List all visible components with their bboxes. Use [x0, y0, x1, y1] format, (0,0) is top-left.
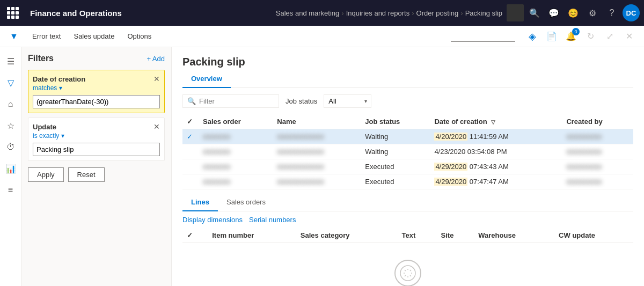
- row-check-1[interactable]: [182, 144, 199, 159]
- help-button[interactable]: ?: [603, 4, 620, 21]
- breadcrumb-separator-1: ›: [341, 9, 343, 17]
- sidebar-chart-icon[interactable]: 📊: [1, 159, 20, 178]
- bottom-tab-sales-orders[interactable]: Sales orders: [218, 194, 274, 211]
- second-bar-sales-update[interactable]: Sales update: [71, 32, 116, 40]
- job-status-select[interactable]: All Waiting Executed Error: [324, 94, 371, 108]
- second-bar-options[interactable]: Options: [125, 32, 153, 40]
- row-created-by-3: ■■■■■■■■■: [562, 174, 633, 189]
- breadcrumb-item-4[interactable]: Packing slip: [465, 9, 502, 17]
- svg-point-1: [400, 266, 415, 281]
- sidebar-menu-icon[interactable]: ☰: [1, 52, 20, 71]
- filter-matches-selector[interactable]: matches ▾: [33, 84, 160, 92]
- filter-toggle-button[interactable]: ▼: [6, 29, 21, 44]
- bottom-actions: Display dimensions Serial numbers: [182, 211, 633, 228]
- row-name-1: ■■■■■■■■■■■■: [273, 144, 361, 159]
- filter-date-input[interactable]: [33, 95, 160, 108]
- settings-button[interactable]: ⚙: [584, 4, 601, 21]
- grid-icon: [7, 7, 19, 19]
- main-layout: ☰ ▽ ⌂ ☆ ⏱ 📊 ≡ Filters + Add Date of crea…: [0, 47, 644, 286]
- filter-matches-chevron: ▾: [59, 84, 62, 92]
- table-row[interactable]: ■■■■■■■■■■■■■■■■■■■Waiting4/23/2020 03:5…: [182, 144, 633, 159]
- breadcrumb: Sales and marketing › Inquiries and repo…: [276, 9, 502, 17]
- expand-button[interactable]: ⤢: [601, 28, 618, 45]
- col-date-creation: Date of creation ▽: [430, 114, 562, 129]
- top-navigation-bar: Finance and Operations Sales and marketi…: [0, 0, 644, 26]
- chat-button[interactable]: 💬: [545, 4, 562, 21]
- breadcrumb-item-1[interactable]: Sales and marketing: [276, 9, 340, 17]
- sidebar-star-icon[interactable]: ☆: [1, 116, 20, 135]
- app-grid-button[interactable]: [4, 4, 21, 21]
- filter-exactly-chevron: ▾: [61, 132, 64, 140]
- main-content: Packing slip Overview 🔍 Job status All W…: [172, 47, 644, 286]
- row-sales-order-1: ■■■■■■■: [199, 144, 273, 159]
- page-icon[interactable]: 📄: [543, 28, 560, 45]
- filter-reset-button[interactable]: Reset: [68, 167, 105, 182]
- filter-add-button[interactable]: + Add: [147, 55, 165, 63]
- filter-matches-label: matches: [33, 84, 57, 92]
- breadcrumb-item-3[interactable]: Order posting: [416, 9, 459, 17]
- sidebar-list-icon[interactable]: ≡: [1, 180, 20, 200]
- bottom-tab-lines[interactable]: Lines: [182, 194, 218, 211]
- breadcrumb-item-2[interactable]: Inquiries and reports: [346, 9, 410, 17]
- col-created-by: Created by: [562, 114, 633, 129]
- empty-state-icon: [394, 259, 422, 286]
- main-data-table: ✓ Sales order Name Job status Date of cr…: [182, 114, 633, 189]
- col-job-status: Job status: [361, 114, 430, 129]
- tab-overview[interactable]: Overview: [182, 70, 231, 88]
- row-job-status-2: Executed: [361, 159, 430, 174]
- filter-search-box: 🔍: [182, 94, 279, 108]
- table-row[interactable]: ✓■■■■■■■■■■■■■■■■■■■Waiting4/20/2020 11:…: [182, 129, 633, 144]
- empty-state: We didn't find anything to show here.: [182, 243, 633, 286]
- user-avatar-button[interactable]: DC: [623, 4, 640, 21]
- search-button[interactable]: 🔍: [526, 4, 543, 21]
- table-row[interactable]: ■■■■■■■■■■■■■■■■■■■Executed4/29/2020 07:…: [182, 174, 633, 189]
- row-check-0[interactable]: ✓: [182, 129, 199, 144]
- second-bar-search-input[interactable]: [451, 31, 515, 42]
- refresh-button[interactable]: ↻: [582, 28, 599, 45]
- second-bar-search: [451, 31, 515, 42]
- diamond-icon[interactable]: ◈: [524, 28, 541, 45]
- filter-update-close-button[interactable]: ✕: [153, 122, 160, 131]
- col-name: Name: [273, 114, 361, 129]
- sidebar-home-icon[interactable]: ⌂: [1, 94, 20, 114]
- secondary-navigation-bar: ▼ Error text Sales update Options ◈ 📄 🔔 …: [0, 26, 644, 47]
- row-date-creation-0: 4/20/2020 11:41:59 AM: [430, 129, 562, 144]
- second-bar-error-text[interactable]: Error text: [30, 32, 63, 40]
- filter-update-input[interactable]: [33, 143, 160, 156]
- filters-row: 🔍 Job status All Waiting Executed Error: [182, 94, 633, 108]
- filter-apply-button[interactable]: Apply: [28, 167, 64, 182]
- bottom-section: Lines Sales orders Display dimensions Se…: [182, 194, 633, 286]
- main-tab-bar: Overview: [182, 70, 633, 88]
- filter-date-close-button[interactable]: ✕: [153, 75, 160, 83]
- bottom-table-header-row: ✓ Item number Sales category Text Site W…: [182, 228, 633, 243]
- filter-search-input[interactable]: [199, 97, 274, 105]
- serial-numbers-link[interactable]: Serial numbers: [249, 216, 296, 224]
- row-name-3: ■■■■■■■■■■■■: [273, 174, 361, 189]
- filter-actions: Apply Reset: [28, 167, 165, 182]
- filter-panel-title: Filters: [28, 54, 54, 63]
- filter-is-exactly-selector[interactable]: is exactly ▾: [33, 132, 160, 140]
- sidebar-filter-icon[interactable]: ▽: [1, 73, 20, 92]
- bottom-tab-bar: Lines Sales orders: [182, 194, 633, 211]
- close-button[interactable]: ✕: [620, 28, 638, 45]
- bottom-col-site: Site: [437, 228, 474, 243]
- display-dimensions-link[interactable]: Display dimensions: [182, 216, 243, 224]
- bottom-col-check: ✓: [182, 228, 208, 243]
- table-row[interactable]: ■■■■■■■■■■■■■■■■■■■Executed4/29/2020 07:…: [182, 159, 633, 174]
- row-check-3[interactable]: [182, 174, 199, 189]
- table-header-row: ✓ Sales order Name Job status Date of cr…: [182, 114, 633, 129]
- row-created-by-2: ■■■■■■■■■: [562, 159, 633, 174]
- row-check-2[interactable]: [182, 159, 199, 174]
- row-created-by-0: ■■■■■■■■■: [562, 129, 633, 144]
- table-body: ✓■■■■■■■■■■■■■■■■■■■Waiting4/20/2020 11:…: [182, 129, 633, 189]
- row-date-creation-3: 4/29/2020 07:47:47 AM: [430, 174, 562, 189]
- bottom-data-table: ✓ Item number Sales category Text Site W…: [182, 228, 633, 243]
- date-sort-icon[interactable]: ▽: [491, 119, 495, 125]
- app-title: Finance and Operations: [26, 9, 272, 18]
- second-bar-right-actions: ◈ 📄 🔔 0 ↻ ⤢ ✕: [524, 28, 638, 45]
- row-name-2: ■■■■■■■■■■■■: [273, 159, 361, 174]
- filter-search-icon: 🔍: [187, 97, 196, 105]
- sidebar-clock-icon[interactable]: ⏱: [1, 137, 20, 157]
- emoji-button[interactable]: 😊: [565, 4, 582, 21]
- filter-panel-header: Filters + Add: [28, 54, 165, 63]
